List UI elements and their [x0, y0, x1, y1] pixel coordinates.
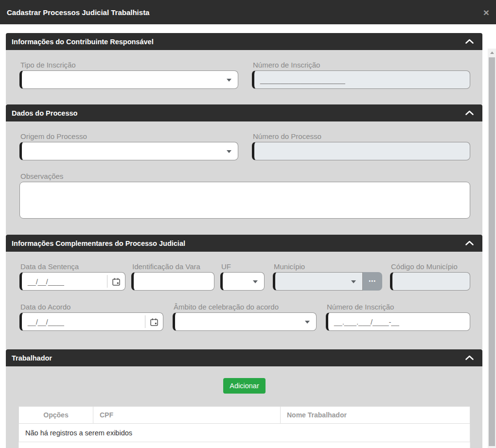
section-trabalhador: Trabalhador Adicionar Opções CPF Nome Tr… [6, 349, 482, 448]
divider [145, 315, 145, 328]
scrollbar-thumb[interactable] [489, 57, 495, 446]
section-title: Dados do Processo [12, 109, 77, 117]
section-dados-processo: Dados do Processo Origem do Processo [6, 104, 482, 235]
section-dados-processo-header[interactable]: Dados do Processo [6, 104, 482, 121]
dropdown-arrow-icon [305, 321, 310, 324]
table-header-opcoes: Opções [19, 407, 93, 423]
input-mask: __.___.___/____-__ [328, 318, 399, 326]
table-header-row: Opções CPF Nome Trabalhador [18, 406, 470, 424]
municipio-label: Município [273, 262, 382, 272]
dialog-body: Informações do Contribuinte Responsável … [0, 24, 496, 448]
section-complementares-header[interactable]: Informações Complementares do Processo J… [6, 235, 482, 252]
table-header-nome-trabalhador: Nome Trabalhador [280, 407, 470, 423]
table-header-cpf: CPF [93, 407, 280, 423]
ambito-acordo-label: Âmbito de celebração do acordo [173, 303, 317, 312]
section-title: Informações Complementares do Processo J… [12, 240, 185, 247]
data-acordo-input[interactable]: __/__/____ [19, 312, 163, 331]
dropdown-arrow-icon [253, 280, 258, 283]
uf-select[interactable] [220, 272, 265, 291]
numero-processo-label: Número do Processo [252, 132, 470, 142]
ambito-acordo-select[interactable] [173, 312, 317, 331]
chevron-up-icon[interactable] [465, 39, 474, 44]
chevron-up-icon[interactable] [465, 355, 474, 361]
input-mask: __/__/____ [22, 318, 64, 326]
codigo-municipio-label: Código do Município [390, 262, 470, 272]
calendar-icon[interactable] [112, 277, 121, 286]
numero-inscricao-acordo-label: Número de Inscrição [326, 303, 470, 312]
data-acordo-label: Data do Acordo [19, 303, 163, 312]
numero-inscricao-input[interactable]: _____________________ [252, 70, 470, 89]
table-empty-row: Não há registros a serem exibidos [18, 424, 470, 442]
origem-processo-label: Origem do Processo [19, 132, 238, 142]
dialog-titlebar: Cadastrar Processos Judicial Trabalhista… [0, 0, 496, 24]
close-icon[interactable]: × [482, 7, 490, 17]
identificacao-vara-label: Identificação da Vara [131, 262, 214, 272]
chevron-up-icon[interactable] [465, 110, 474, 116]
section-trabalhador-header[interactable]: Trabalhador [6, 349, 482, 366]
section-complementares: Informações Complementares do Processo J… [6, 235, 482, 349]
dropdown-arrow-icon [227, 150, 231, 153]
input-mask: _____________________ [254, 76, 345, 84]
input-mask: __/__/____ [22, 277, 64, 286]
codigo-municipio-input[interactable] [390, 272, 470, 291]
section-title: Trabalhador [12, 354, 52, 362]
numero-inscricao-label: Número de Inscrição [252, 61, 470, 70]
tipo-inscricao-select[interactable] [19, 70, 238, 89]
modal-cadastrar-processo: Cadastrar Processos Judicial Trabalhista… [0, 0, 496, 448]
numero-processo-input[interactable] [252, 142, 470, 160]
observacoes-label: Observações [19, 172, 470, 182]
tipo-inscricao-label: Tipo de Inscrição [19, 61, 238, 70]
data-sentenca-label: Data da Sentença [19, 262, 125, 272]
municipio-select[interactable] [273, 272, 363, 291]
calendar-icon[interactable] [150, 318, 159, 327]
origem-processo-select[interactable] [19, 142, 238, 160]
municipio-search-button[interactable]: ••• [363, 272, 382, 291]
scrollbar-up-icon[interactable] [490, 52, 494, 54]
divider [107, 275, 107, 288]
section-contribuinte-header[interactable]: Informações do Contribuinte Responsável [6, 33, 482, 50]
ellipsis-icon: ••• [369, 278, 376, 284]
empty-message: Não há registros a serem exibidos [25, 429, 132, 437]
identificacao-vara-input[interactable] [131, 272, 214, 291]
chevron-up-icon[interactable] [465, 241, 474, 246]
scrollbar[interactable] [488, 49, 496, 448]
numero-inscricao-acordo-input[interactable]: __.___.___/____-__ [326, 312, 470, 331]
observacoes-textarea[interactable] [19, 182, 470, 219]
table-footer [18, 442, 470, 448]
section-title: Informações do Contribuinte Responsável [12, 38, 154, 46]
uf-label: UF [220, 262, 265, 272]
adicionar-button[interactable]: Adicionar [223, 378, 265, 394]
dropdown-arrow-icon [227, 79, 231, 82]
section-contribuinte: Informações do Contribuinte Responsável … [6, 33, 482, 104]
trabalhador-table: Opções CPF Nome Trabalhador Não há regis… [18, 406, 470, 448]
dialog-title: Cadastrar Processos Judicial Trabalhista [7, 8, 482, 17]
dropdown-arrow-icon [351, 280, 356, 283]
data-sentenca-input[interactable]: __/__/____ [19, 272, 125, 291]
